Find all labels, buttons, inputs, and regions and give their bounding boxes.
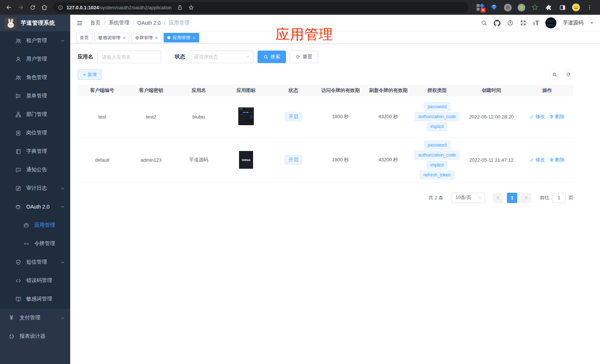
screen: { "browser": { "host": "127.0.0.1:1024",… — [0, 0, 600, 364]
logo-avatar — [5, 17, 17, 29]
table-row: test test2 biubiu 开启 1800 秒 43200 秒 — [78, 96, 573, 137]
page-size-select[interactable]: 10条/页 — [451, 193, 485, 203]
page-content: 应用名 状态 请选择状态 搜索 重置 + 新 — [70, 44, 573, 203]
fullscreen-icon[interactable] — [520, 20, 526, 26]
breadcrumb-system[interactable]: 系统管理 — [109, 20, 129, 26]
sidebar-item-role-mgmt[interactable]: 角色管理 — [0, 68, 70, 87]
help-icon[interactable] — [507, 20, 514, 26]
github-icon[interactable] — [494, 20, 501, 27]
delete-link[interactable]: 删除 — [549, 113, 565, 120]
reset-button[interactable]: 重置 — [290, 51, 318, 63]
sidebar-item-sms-mgmt[interactable]: 短信管理 — [0, 253, 70, 271]
extension-gray-circle-icon[interactable] — [503, 3, 512, 12]
cell-client-id: test — [78, 96, 127, 137]
extensions-puzzle-icon[interactable] — [544, 3, 553, 12]
hide-search-button[interactable] — [549, 69, 560, 80]
status-select[interactable]: 请选择状态 — [189, 51, 254, 63]
sidebar-item-post-mgmt[interactable]: 岗位管理 — [0, 124, 70, 142]
audit-log-icon — [15, 185, 21, 192]
dictionary-icon — [15, 148, 21, 155]
sidebar-item-tenant-mgmt[interactable]: 租户管理 — [0, 31, 70, 50]
sidebar-item-label: 报表设计器 — [20, 333, 45, 340]
goto-page-input[interactable] — [552, 193, 566, 203]
tab-home[interactable]: 首页 — [76, 33, 92, 42]
yen-icon: ¥ — [8, 315, 15, 321]
cell-client-secret: admin123 — [127, 137, 175, 182]
refresh-table-button[interactable] — [563, 69, 573, 80]
col-app-icon: 应用图标 — [222, 85, 270, 96]
extension-squares-icon[interactable]: 9 — [476, 3, 485, 12]
sidebar-item-dept-mgmt[interactable]: 部门管理 — [0, 105, 70, 124]
sidebar-fold-icon[interactable] — [76, 20, 83, 27]
font-size-icon[interactable]: TT — [533, 20, 539, 26]
sidebar-item-report-designer[interactable]: 报表设计器 — [0, 327, 70, 346]
close-icon[interactable]: × — [192, 35, 195, 40]
cell-refresh-ttl: 43200 秒 — [364, 96, 412, 137]
user-menu-caret-icon[interactable] — [590, 21, 594, 25]
share-icon[interactable] — [177, 4, 183, 10]
pagination-total: 共 2 条 — [429, 195, 443, 201]
edit-link[interactable]: 修改 — [530, 113, 545, 120]
close-icon[interactable]: × — [123, 35, 126, 40]
sidebar-item-oauth2[interactable]: OAuth 2.0 — [0, 198, 70, 216]
page-number-current[interactable]: 1 — [507, 193, 517, 203]
tab-token-mgmt[interactable]: 令牌管理 × — [132, 33, 162, 42]
extension-green-circle-icon[interactable] — [517, 3, 526, 12]
table-tools — [549, 69, 573, 80]
sidebar-item-menu-mgmt[interactable]: 菜单管理 — [0, 87, 70, 105]
bookmark-star-icon[interactable] — [188, 4, 194, 11]
site-info-icon[interactable] — [58, 5, 63, 10]
sidebar-item-oauth2-token[interactable]: 令牌管理 — [0, 234, 70, 253]
col-status: 状态 — [270, 85, 317, 96]
search-button[interactable]: 搜索 — [258, 51, 286, 63]
breadcrumb-oauth2[interactable]: OAuth 2.0 — [137, 20, 161, 26]
add-button[interactable]: + 新增 — [78, 69, 102, 80]
sidebar-item-label: 部门管理 — [26, 111, 47, 118]
tab-sensitive-words[interactable]: 敏感词管理 × — [95, 33, 129, 42]
user-avatar[interactable] — [545, 17, 556, 28]
system-submenu: 租户管理 用户管理 角色管理 菜单管理 部门管理 岗位管理 — [0, 31, 70, 308]
browser-menu-kebab-icon[interactable] — [585, 3, 594, 12]
tab-application-mgmt[interactable]: 应用管理 × — [164, 33, 199, 42]
forward-icon[interactable] — [16, 2, 26, 13]
next-page-button[interactable] — [521, 193, 531, 203]
col-app-name: 应用名 — [175, 85, 222, 96]
search-icon[interactable] — [481, 20, 487, 26]
active-tab-dot — [167, 36, 170, 39]
app-logo[interactable]: 芋道管理系统 — [0, 15, 70, 31]
search-icon — [552, 72, 557, 77]
url-bar[interactable]: 127.0.0.1:1024 /system/oauth2/oauth2/app… — [53, 2, 468, 13]
prev-page-button[interactable] — [493, 193, 503, 203]
side-panel-icon[interactable] — [558, 3, 567, 12]
report-circle-icon — [8, 333, 15, 340]
breadcrumb-home[interactable]: 首页 — [90, 20, 100, 26]
org-chart-icon — [15, 111, 21, 118]
sidebar-item-user-mgmt[interactable]: 用户管理 — [0, 50, 70, 68]
sidebar-item-audit-log[interactable]: 审计日志 — [0, 179, 70, 198]
sidebar-item-oauth2-application[interactable]: 应用管理 — [0, 216, 70, 234]
home-icon[interactable] — [39, 2, 50, 13]
chevron-down-icon — [61, 316, 65, 320]
sidebar-item-label: OAuth 2.0 — [26, 204, 50, 210]
back-icon[interactable] — [4, 2, 14, 13]
sidebar-item-notice[interactable]: 通知公告 — [0, 161, 70, 179]
close-icon[interactable]: × — [155, 35, 158, 40]
sidebar-item-dict-mgmt[interactable]: 字典管理 — [0, 142, 70, 161]
reload-icon[interactable] — [27, 2, 38, 13]
main-area: 应用管理 首页 / 系统管理 / OAuth 2.0 / 应用管理 TT — [70, 15, 600, 364]
extension-gem-icon[interactable] — [490, 3, 498, 12]
edit-pencil-icon — [530, 158, 534, 162]
sidebar-item-payment-mgmt[interactable]: ¥ 支付管理 — [0, 309, 70, 327]
extension-green-star-icon[interactable] — [531, 3, 539, 12]
user-name[interactable]: 芋道源码 — [563, 20, 583, 26]
sidebar-item-sensitive-words[interactable]: 敏感词管理 — [0, 290, 70, 308]
delete-link[interactable]: 删除 — [549, 157, 565, 163]
grant-type-tag: authorization_code — [415, 112, 459, 121]
edit-link[interactable]: 修改 — [530, 157, 545, 163]
profile-emoji-avatar[interactable] — [572, 3, 580, 12]
status-tag: 开启 — [284, 155, 302, 165]
app-name-input[interactable] — [97, 51, 161, 63]
refresh-icon — [566, 72, 571, 77]
role-users-icon — [15, 74, 21, 81]
sidebar-item-errcode-mgmt[interactable]: 错误码管理 — [0, 271, 70, 290]
